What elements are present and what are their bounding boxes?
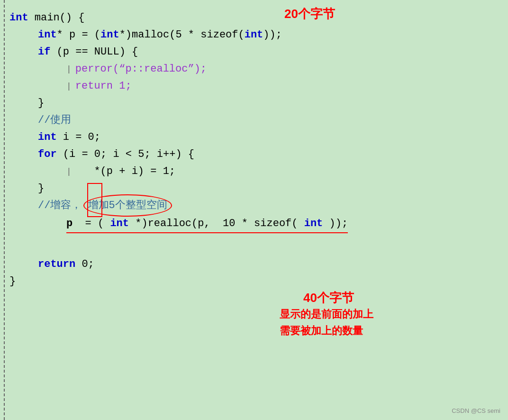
kw-int7: int xyxy=(304,218,323,229)
left-border-decoration xyxy=(4,0,5,420)
return0-val: 0; xyxy=(75,256,94,273)
vbar3: | xyxy=(66,165,72,179)
for-expr: (i = 0; i < 5; i++) { xyxy=(57,146,194,163)
return-1: return 1; xyxy=(75,78,132,94)
line-return1: | return 1; xyxy=(66,78,503,95)
rect-5: 增加5 xyxy=(88,197,115,214)
line-assign: | *(p + i) = 1; xyxy=(66,163,503,180)
code-container: 20个字节 int main() { int * p = ( int *)mal… xyxy=(0,0,508,420)
kw-if: if xyxy=(38,44,50,60)
annotation-note: 显示的是前面的加上需要被加上的数量 xyxy=(280,306,373,339)
assign-expr: *(p + i) = 1; xyxy=(75,163,175,180)
line-return0: return 0; xyxy=(38,256,503,273)
kw-int2: int xyxy=(38,27,57,43)
line-if: if (p == NULL) { xyxy=(38,44,503,61)
realloc-wrapper: p = ( int *)realloc(p, 10 * sizeof( int … xyxy=(66,215,348,232)
line-int-i: int i = 0; xyxy=(38,129,503,146)
kw-int6: int xyxy=(110,218,129,229)
kw-int5: int xyxy=(38,129,57,146)
malloc-code2: *)malloc(5 * sizeof( xyxy=(119,27,245,43)
main-signature: main() { xyxy=(28,9,85,26)
kw-int: int xyxy=(9,9,28,26)
line-realloc: p = ( int *)realloc(p, 10 * sizeof( int … xyxy=(66,215,503,232)
line-comment-use: //使用 xyxy=(38,112,503,129)
kw-int4: int xyxy=(245,27,263,43)
i-init: i = 0; xyxy=(57,129,100,146)
realloc-close: )); xyxy=(329,218,348,229)
kw-return: return xyxy=(38,256,75,273)
vbar2: | xyxy=(66,80,72,93)
line-close-main: } xyxy=(9,273,503,290)
realloc-eq: = ( xyxy=(79,218,104,229)
line-perror: | perror(“p::realloc”); xyxy=(66,61,503,78)
line-empty xyxy=(9,232,503,256)
malloc-code: * p = ( xyxy=(57,27,100,43)
csdn-watermark: CSDN @CS semi xyxy=(452,407,500,414)
comment-grow-main: 增加5个整型空间 xyxy=(88,200,167,211)
comment-grow-prefix: //增容， xyxy=(38,197,88,214)
circle-text: 增加5个整型空间 xyxy=(88,197,167,214)
close-brace1: } xyxy=(38,95,44,111)
annotation-40bytes: 40个字节 xyxy=(303,288,354,308)
malloc-code3: )); xyxy=(263,27,282,43)
line-malloc: int * p = ( int *)malloc(5 * sizeof( int… xyxy=(38,27,503,44)
realloc-cast: *)realloc(p, 10 * sizeof( xyxy=(135,218,298,229)
kw-int3: int xyxy=(100,27,119,43)
line-for: for (i = 0; i < 5; i++) { xyxy=(38,146,503,163)
perror-call: perror(“p::realloc”); xyxy=(75,61,207,77)
code-block: int main() { int * p = ( int *)malloc(5 … xyxy=(9,9,503,290)
line-main: int main() { xyxy=(9,9,503,27)
line-comment-grow: //增容， 增加5个整型空间 xyxy=(38,197,503,214)
if-condition: (p == NULL) { xyxy=(50,44,138,60)
vbar1: | xyxy=(66,63,72,76)
comment-use: //使用 xyxy=(38,112,71,128)
line-close-for: } xyxy=(38,180,503,197)
close-brace2: } xyxy=(38,180,44,197)
close-main-brace: } xyxy=(9,273,16,290)
kw-for: for xyxy=(38,146,57,163)
p-var: p xyxy=(66,218,73,229)
line-close-if: } xyxy=(38,95,503,112)
